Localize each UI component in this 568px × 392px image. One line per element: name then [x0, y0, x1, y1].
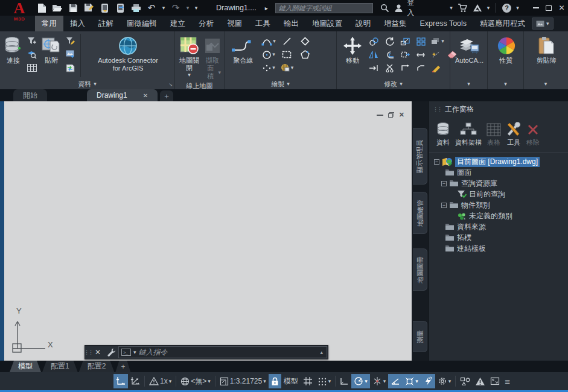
- coordinate-system-button[interactable]: <無> ▾: [178, 374, 213, 388]
- tree-item-current-drawing[interactable]: − 目前圖面 [Drawing1.dwg]: [429, 156, 568, 167]
- hardware-acceleration-button[interactable]: [473, 374, 488, 388]
- viewport-close-icon[interactable]: ✕: [399, 111, 404, 119]
- file-tab-drawing1[interactable]: Drawing1 ✕: [87, 89, 158, 101]
- rectangle-button[interactable]: [279, 49, 295, 60]
- quick-access-customize-dropdown[interactable]: ▾: [193, 2, 199, 14]
- sign-in-button[interactable]: 登入: [407, 0, 420, 18]
- measure-button[interactable]: [430, 49, 443, 60]
- help-search-input[interactable]: [275, 3, 373, 13]
- object-snap-toggle[interactable]: ▾: [403, 374, 421, 388]
- tree-item-query-library[interactable]: − 查詢資源庫: [429, 178, 568, 189]
- capture-area-button[interactable]: 擷取 面積▾: [202, 34, 223, 81]
- mirror-button[interactable]: [367, 49, 380, 60]
- tree-item-topologies[interactable]: 拓樸: [429, 232, 568, 243]
- insert-image-icon[interactable]: [64, 48, 77, 60]
- ortho-mode-toggle[interactable]: [337, 374, 351, 388]
- command-input[interactable]: [139, 348, 318, 356]
- join-button[interactable]: [398, 62, 412, 74]
- move-button[interactable]: 移動: [340, 34, 365, 66]
- copy-nested-button[interactable]: ▾: [430, 36, 445, 47]
- tools-button[interactable]: 工具: [504, 121, 523, 148]
- expander-minus-icon[interactable]: −: [441, 181, 447, 186]
- layout-tab-layout1[interactable]: 配置1: [42, 361, 78, 372]
- polyline-button[interactable]: 聚合線: [229, 34, 257, 66]
- trim-button[interactable]: [414, 49, 427, 60]
- stretch-button[interactable]: [398, 49, 412, 60]
- save-to-web-mobile-button[interactable]: [113, 2, 127, 14]
- remove-button[interactable]: 移除: [525, 122, 541, 148]
- data-button[interactable]: 資料: [434, 121, 452, 148]
- save-as-button[interactable]: [82, 2, 95, 14]
- clipboard-panel-expand[interactable]: ▾: [524, 78, 567, 89]
- autodesk-dropdown[interactable]: ▾: [485, 1, 493, 14]
- tree-item-link-templates[interactable]: 連結樣板: [429, 243, 568, 254]
- isolate-objects-button[interactable]: [458, 374, 473, 388]
- viewport-scale-button[interactable]: 1:3.21725 ▾: [217, 374, 269, 388]
- side-tab-display-manager[interactable]: 顯示管理員: [413, 128, 427, 185]
- ribbon-tab-insert[interactable]: 插入: [63, 16, 92, 31]
- side-tab-survey[interactable]: 測量: [413, 321, 427, 352]
- autodesk-app-icon[interactable]: [470, 1, 485, 14]
- ribbon-tab-help[interactable]: 說明: [349, 16, 377, 31]
- autocad-panel-expand[interactable]: ▾: [450, 78, 487, 89]
- filter-data-icon[interactable]: [25, 35, 39, 47]
- signin-dropdown[interactable]: ▾: [447, 1, 455, 14]
- snap-mode-toggle[interactable]: ▾: [315, 374, 334, 388]
- app-store-cart-icon[interactable]: [455, 1, 470, 14]
- ribbon-tab-map-setup[interactable]: 地圖設置: [305, 16, 349, 31]
- expander-minus-icon[interactable]: −: [434, 159, 439, 165]
- schema-button[interactable]: 資料架構: [453, 121, 483, 148]
- ribbon-tab-feature-edit[interactable]: 圖徵編輯: [120, 16, 164, 31]
- application-menu-button[interactable]: A M3D: [7, 1, 31, 28]
- autocad-panel-button[interactable]: AutoCA...: [453, 34, 485, 66]
- layout-tab-layout2[interactable]: 配置2: [79, 361, 115, 372]
- table-icon[interactable]: [25, 62, 39, 74]
- ribbon-display-options-button[interactable]: ▾: [532, 17, 554, 30]
- redo-button[interactable]: ↷: [169, 2, 182, 14]
- dynamic-input-toggle[interactable]: [128, 374, 142, 388]
- model-space-button[interactable]: 模型: [281, 374, 301, 388]
- hatch-button[interactable]: ▾: [279, 62, 295, 74]
- clean-screen-button[interactable]: [488, 374, 502, 388]
- map-off-button[interactable]: 地圖關閉 ▾: [177, 34, 201, 79]
- modify-panel-label[interactable]: 修改▾: [337, 78, 450, 89]
- arcgis-connector-button[interactable]: Autodesk Connector for ArcGIS: [83, 34, 173, 74]
- customization-menu-button[interactable]: ≡: [502, 374, 512, 388]
- help-dropdown[interactable]: ▾: [514, 1, 522, 14]
- define-query-icon[interactable]: [64, 35, 77, 47]
- rhombus-button[interactable]: [297, 36, 313, 47]
- command-history-toggle[interactable]: ▴: [320, 349, 324, 355]
- viewport-restore-icon[interactable]: [388, 112, 394, 118]
- object-snap-tracking-toggle[interactable]: ▾: [370, 374, 389, 388]
- offset-button[interactable]: [383, 49, 396, 60]
- open-file-button[interactable]: [51, 2, 64, 14]
- command-customize-wrench-icon[interactable]: [104, 346, 118, 359]
- undo-button[interactable]: ↶: [145, 2, 158, 14]
- command-grip-handle[interactable]: ⋮⋮: [85, 346, 91, 359]
- expander-minus-icon[interactable]: −: [441, 203, 447, 208]
- migrate-map-icon[interactable]: [64, 62, 77, 74]
- ribbon-tab-annotate[interactable]: 註解: [92, 16, 120, 31]
- polar-tracking-toggle[interactable]: ▾: [351, 374, 370, 388]
- file-tab-start[interactable]: 開始: [13, 89, 47, 101]
- tree-item-undefined-class[interactable]: 未定義的類別: [429, 210, 568, 221]
- scale-button[interactable]: [398, 36, 412, 47]
- clipboard-panel-button[interactable]: 剪貼簿: [535, 34, 558, 66]
- workspace-gear-button[interactable]: ▾: [435, 374, 454, 388]
- new-file-button[interactable]: [35, 2, 48, 14]
- annotation-scale-button[interactable]: 1x ▾: [147, 374, 174, 388]
- viewport-minimize-icon[interactable]: [377, 115, 383, 116]
- side-tab-map-book[interactable]: 地圖圖冊: [413, 248, 427, 291]
- close-drawing-tab-icon[interactable]: ✕: [143, 92, 148, 99]
- copy-button[interactable]: [367, 36, 380, 47]
- grid-display-toggle[interactable]: [301, 374, 315, 388]
- attach-button[interactable]: 貼附: [40, 34, 63, 66]
- drawing-canvas[interactable]: ✕ Y X ⋮⋮ ✕ >_ ▾ ▴: [4, 101, 412, 361]
- ribbon-tab-view[interactable]: 視圖: [220, 16, 249, 31]
- command-recent-dropdown[interactable]: ▾: [133, 350, 136, 355]
- arc-button[interactable]: ▾: [261, 36, 276, 47]
- circle-button[interactable]: ▾: [261, 49, 276, 60]
- task-pane-header[interactable]: ⋮⋮ 工作窗格: [429, 101, 568, 117]
- search-icon[interactable]: [378, 1, 392, 14]
- close-button[interactable]: ✕: [555, 2, 568, 14]
